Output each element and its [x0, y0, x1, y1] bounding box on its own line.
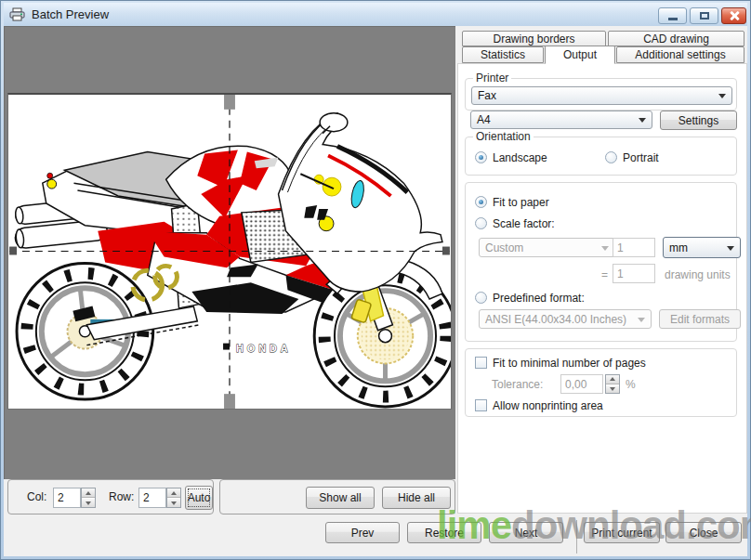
close-dialog-button[interactable]: Close: [665, 522, 742, 543]
motorcycle-cad-drawing: HONDA: [8, 95, 451, 409]
tolerance-input: [560, 374, 603, 394]
dialog-client-area: HONDA Col:: [4, 26, 747, 556]
prev-button[interactable]: Prev: [325, 522, 400, 543]
edit-formats-button: Edit formats: [659, 309, 741, 329]
batch-preview-dialog: Batch Preview: [0, 0, 751, 560]
window-title: Batch Preview: [32, 7, 109, 21]
tab-drawing-borders[interactable]: Drawing borders: [462, 31, 606, 46]
tolerance-spinner: [605, 374, 620, 394]
scale-factor-label: Scale factor:: [493, 217, 555, 230]
tab-output[interactable]: Output: [545, 46, 615, 64]
unit-combobox[interactable]: mm: [663, 237, 741, 258]
col-spinner[interactable]: [81, 488, 96, 508]
tolerance-label: Tolerance:: [492, 378, 543, 391]
tab-cad-drawing[interactable]: CAD drawing: [608, 31, 744, 46]
pages-group: Fit to minimal number of pages Tolerance…: [465, 348, 737, 417]
printer-group-label: Printer: [473, 72, 511, 85]
allow-nonprinting-label: Allow nonprinting area: [493, 399, 603, 412]
close-icon: [730, 11, 739, 20]
show-hide-group: Show all Hide all: [219, 479, 455, 514]
maximize-button[interactable]: [690, 7, 718, 24]
restore-button[interactable]: Restore: [407, 522, 481, 543]
fit-to-paper-label: Fit to paper: [493, 196, 549, 209]
scale-group: Fit to paper Scale factor: Custom mm = d…: [465, 182, 737, 342]
auto-button[interactable]: Auto: [185, 486, 213, 510]
percent-label: %: [626, 378, 636, 391]
printer-group: Printer Fax: [465, 78, 737, 111]
equals-sign: =: [601, 268, 608, 281]
row-spin-down-icon[interactable]: [167, 498, 180, 507]
tolerance-spin-down-icon: [606, 384, 619, 394]
tolerance-spin-up-icon: [606, 375, 619, 384]
predefined-format-radio[interactable]: [475, 292, 487, 304]
minimize-button[interactable]: [658, 7, 687, 24]
tab-additional-settings[interactable]: Additional settings: [616, 46, 744, 63]
drawing-units-input: [613, 264, 655, 283]
portrait-label: Portrait: [623, 151, 659, 164]
fit-minimal-pages-checkbox[interactable]: [475, 357, 487, 369]
orientation-group-label: Orientation: [473, 130, 534, 143]
scale-factor-input: [613, 238, 655, 257]
brand-text: HONDA: [236, 343, 292, 354]
minimize-icon: [668, 18, 678, 20]
brand-logo: HONDA: [223, 343, 292, 354]
next-button[interactable]: Next: [489, 522, 563, 543]
row-spin-up-icon[interactable]: [167, 488, 180, 498]
col-input[interactable]: [53, 488, 81, 508]
portrait-radio[interactable]: [605, 151, 617, 163]
landscape-radio[interactable]: [475, 151, 487, 163]
printer-icon: [9, 7, 26, 22]
allow-nonprinting-checkbox[interactable]: [475, 399, 487, 411]
tab-statistics[interactable]: Statistics: [462, 46, 544, 63]
hide-all-button[interactable]: Hide all: [382, 487, 451, 509]
chevron-down-icon: [639, 118, 646, 123]
chevron-down-icon: [718, 94, 726, 98]
chevron-down-icon: [727, 246, 734, 251]
nav-separator: [576, 520, 577, 553]
row-label: Row:: [109, 490, 134, 503]
print-preview-panel: HONDA: [4, 26, 455, 479]
fit-to-paper-radio[interactable]: [475, 196, 487, 208]
print-preview-page[interactable]: HONDA: [7, 93, 452, 410]
predefined-format-combobox: ANSI E(44.00x34.00 Inches): [479, 309, 652, 329]
grid-size-group: Col: Row: Auto: [7, 479, 214, 514]
printer-combobox[interactable]: Fax: [471, 86, 732, 105]
title-bar[interactable]: Batch Preview: [4, 3, 747, 26]
row-spinner[interactable]: [166, 488, 181, 508]
chevron-down-icon: [601, 246, 609, 251]
fit-minimal-pages-label: Fit to minimal number of pages: [493, 357, 646, 370]
landscape-label: Landscape: [493, 151, 547, 164]
print-current-button[interactable]: Print current: [584, 522, 660, 543]
maximize-icon: [700, 12, 709, 20]
chevron-down-icon: [638, 318, 645, 322]
settings-button[interactable]: Settings: [660, 111, 737, 130]
close-button[interactable]: [721, 7, 746, 24]
scale-type-combobox: Custom: [479, 238, 615, 257]
col-spin-down-icon[interactable]: [82, 498, 95, 507]
col-spin-up-icon[interactable]: [82, 488, 95, 498]
col-label: Col:: [27, 490, 46, 503]
drawing-units-label: drawing units: [665, 268, 731, 281]
scale-factor-radio[interactable]: [475, 217, 487, 229]
predefined-format-label: Predefined format:: [493, 292, 585, 305]
paper-size-combobox[interactable]: A4: [470, 111, 652, 129]
orientation-group: Orientation Landscape Portrait: [465, 137, 737, 176]
show-all-button[interactable]: Show all: [306, 487, 375, 509]
row-input[interactable]: [138, 488, 166, 508]
